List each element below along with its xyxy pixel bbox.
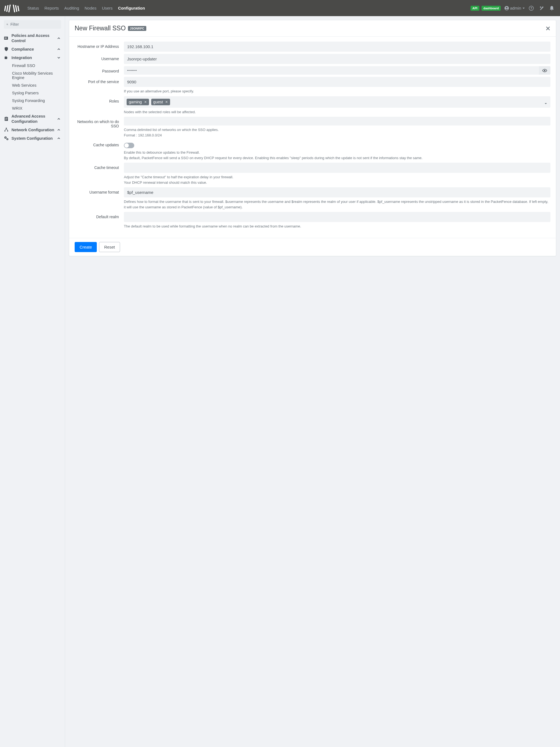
eye-icon: [542, 68, 547, 73]
svg-point-29: [544, 70, 545, 71]
sidebar-cisco-mse[interactable]: Cisco Mobility Services Engine: [0, 70, 65, 81]
filter-box[interactable]: [4, 20, 61, 29]
remove-chip-guest[interactable]: ✕: [165, 100, 168, 104]
svg-rect-13: [5, 37, 7, 38]
username-format-input[interactable]: [124, 187, 551, 198]
dashboard-badge[interactable]: dashboard: [482, 6, 501, 11]
reset-button[interactable]: Reset: [99, 242, 120, 252]
chevron-down-icon: [57, 56, 61, 59]
password-label: Password: [75, 66, 124, 75]
card-header: New Firewall SSO JSONRPC: [69, 20, 556, 36]
networks-help: Comma delimited list of networks on whic…: [124, 127, 551, 138]
username-label: Username: [75, 54, 124, 64]
filter-input[interactable]: [10, 22, 58, 27]
hostname-label: Hostname or IP Address: [75, 42, 124, 52]
help-icon[interactable]: ?: [527, 5, 535, 12]
sidebar-web-services[interactable]: Web Services: [0, 81, 65, 89]
clipboard-icon: [4, 117, 9, 121]
svg-rect-16: [5, 117, 7, 118]
svg-rect-5: [17, 6, 19, 11]
roles-dropdown-toggle[interactable]: [544, 102, 547, 105]
default-realm-label: Default realm: [75, 212, 124, 229]
card-footer: Create Reset: [69, 238, 556, 256]
chevron-up-icon: [57, 48, 61, 51]
user-menu[interactable]: admin: [505, 6, 525, 10]
nav-configuration[interactable]: Configuration: [116, 4, 148, 12]
hostname-input[interactable]: [124, 42, 551, 52]
api-badge[interactable]: API: [470, 6, 479, 11]
sidebar-firewall-sso[interactable]: Firewall SSO: [0, 62, 65, 70]
networks-input[interactable]: [124, 117, 551, 126]
svg-rect-0: [4, 6, 6, 11]
port-input[interactable]: [124, 77, 551, 87]
username-format-label: Username format: [75, 187, 124, 210]
sidebar-syslog-forwarding[interactable]: Syslog Forwarding: [0, 97, 65, 104]
sidebar-system-config[interactable]: System Configuration: [0, 134, 65, 143]
logo: [4, 4, 20, 13]
svg-point-26: [5, 137, 6, 138]
svg-rect-2: [8, 5, 11, 12]
cache-timeout-input[interactable]: [124, 163, 551, 173]
sidebar-compliance[interactable]: Compliance: [0, 45, 65, 54]
nav-auditing[interactable]: Auditing: [61, 4, 82, 12]
create-button[interactable]: Create: [75, 242, 97, 252]
svg-point-7: [506, 7, 508, 8]
sidebar-syslog-parsers[interactable]: Syslog Parsers: [0, 89, 65, 97]
svg-rect-18: [5, 119, 7, 119]
nav-links: Status Reports Auditing Nodes Users Conf…: [25, 4, 148, 12]
policies-icon: [4, 36, 9, 41]
svg-rect-4: [15, 5, 17, 12]
cache-updates-help: Enable this to debounce updates to the F…: [124, 150, 551, 160]
cache-updates-toggle[interactable]: [124, 143, 134, 148]
svg-line-23: [5, 129, 6, 130]
role-chip-gaming: gaming✕: [127, 99, 149, 105]
shield-icon: [4, 47, 9, 52]
method-badge: JSONRPC: [128, 26, 146, 31]
user-icon: [505, 6, 509, 10]
cache-timeout-help: Adjust the "Cache timeout" to half the e…: [124, 175, 551, 185]
form-card: New Firewall SSO JSONRPC Hostname or IP …: [69, 20, 556, 256]
svg-line-24: [6, 129, 8, 130]
username-format-help: Defines how to format the username that …: [124, 199, 551, 210]
sidebar-network-config[interactable]: Network Configuration: [0, 126, 65, 134]
svg-point-28: [7, 139, 8, 139]
username-input[interactable]: [124, 54, 551, 64]
close-button[interactable]: [545, 26, 551, 31]
network-icon: [4, 127, 9, 132]
chevron-up-icon: [57, 117, 61, 121]
sidebar: Policies and Access Control Compliance I…: [0, 16, 65, 747]
cache-timeout-label: Cache timeout: [75, 163, 124, 185]
toggle-password-visibility[interactable]: [539, 66, 551, 75]
sidebar-advanced-access[interactable]: Advanced Access Configuration: [0, 112, 65, 126]
page-title: New Firewall SSO: [75, 25, 126, 32]
bell-icon[interactable]: [548, 5, 556, 12]
role-chip-guest: guest✕: [151, 99, 170, 105]
svg-rect-1: [6, 5, 8, 12]
tools-icon[interactable]: [538, 5, 546, 12]
roles-input[interactable]: gaming✕ guest✕: [124, 96, 551, 108]
default-realm-input[interactable]: [124, 212, 551, 222]
nav-status[interactable]: Status: [25, 4, 42, 12]
top-nav: Status Reports Auditing Nodes Users Conf…: [0, 0, 560, 16]
remove-chip-gaming[interactable]: ✕: [144, 100, 147, 104]
svg-rect-14: [5, 38, 7, 39]
gears-icon: [4, 136, 9, 141]
cache-updates-label: Cache updates: [75, 140, 124, 160]
caret-down-icon: [544, 102, 547, 105]
search-icon: [6, 23, 8, 26]
sidebar-policies[interactable]: Policies and Access Control: [0, 31, 65, 45]
sidebar-wrix[interactable]: WRIX: [0, 104, 65, 112]
sidebar-integration[interactable]: Integration: [0, 54, 65, 62]
svg-point-10: [6, 24, 8, 25]
networks-label: Networks on which to do SSO: [75, 117, 124, 138]
main-content: New Firewall SSO JSONRPC Hostname or IP …: [65, 16, 560, 747]
nav-reports[interactable]: Reports: [42, 4, 62, 12]
svg-text:?: ?: [531, 6, 532, 10]
svg-rect-12: [4, 36, 8, 40]
password-input[interactable]: [124, 66, 539, 75]
roles-label: Roles: [75, 96, 124, 115]
svg-point-20: [6, 128, 7, 129]
default-realm-help: The default realm to be used while forma…: [124, 224, 551, 229]
nav-nodes[interactable]: Nodes: [82, 4, 99, 12]
nav-users[interactable]: Users: [99, 4, 116, 12]
